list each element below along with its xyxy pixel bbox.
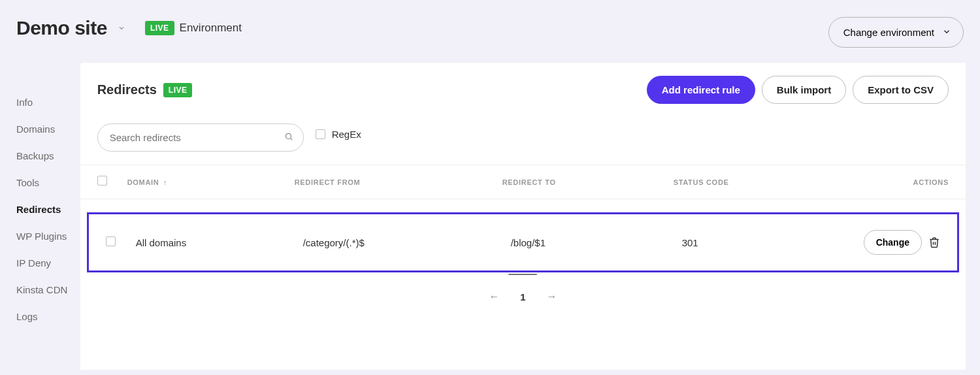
- live-badge: LIVE: [145, 21, 174, 35]
- search-input[interactable]: [97, 123, 304, 152]
- environment-label: Environment: [180, 22, 242, 35]
- cell-actions: Change: [864, 230, 940, 255]
- main-panel: Redirects LIVE Add redirect rule Bulk im…: [80, 63, 966, 370]
- change-button[interactable]: Change: [864, 230, 922, 255]
- regex-toggle: RegEx: [316, 129, 361, 140]
- toolbar: RegEx: [80, 120, 966, 165]
- pagination-divider: [508, 274, 537, 275]
- regex-checkbox[interactable]: [316, 129, 325, 139]
- sidebar-item-label: WP Plugins: [16, 231, 67, 242]
- cell-redirect-to: /blog/$1: [511, 237, 682, 248]
- search-wrap: [97, 123, 304, 152]
- sidebar-item-domains[interactable]: Domains: [16, 116, 80, 142]
- add-redirect-button[interactable]: Add redirect rule: [647, 76, 755, 104]
- change-environment-label: Change environment: [843, 27, 934, 38]
- sidebar-item-label: Redirects: [16, 204, 61, 215]
- column-redirect-from[interactable]: REDIRECT FROM: [295, 178, 502, 186]
- column-domain-label: DOMAIN: [127, 178, 159, 186]
- sidebar-item-ip-deny[interactable]: IP Deny: [16, 250, 80, 276]
- trash-icon[interactable]: [928, 236, 940, 248]
- change-environment-button[interactable]: Change environment: [828, 17, 964, 48]
- site-name: Demo site: [16, 17, 107, 39]
- sort-ascending-icon: ↑: [163, 178, 167, 186]
- sidebar-item-label: Kinsta CDN: [16, 284, 67, 295]
- row-checkbox[interactable]: [106, 236, 116, 246]
- column-status-code[interactable]: STATUS CODE: [674, 178, 855, 186]
- sidebar-item-info[interactable]: Info: [16, 89, 80, 116]
- sidebar-item-wp-plugins[interactable]: WP Plugins: [16, 223, 80, 250]
- pagination: ← 1 →: [80, 272, 966, 321]
- top-bar: Demo site LIVE Environment Change enviro…: [0, 0, 980, 63]
- svg-line-1: [290, 138, 292, 140]
- live-badge: LIVE: [163, 83, 193, 97]
- header-actions: Add redirect rule Bulk import Export to …: [647, 76, 949, 104]
- sidebar-item-label: Logs: [16, 311, 38, 322]
- sidebar-item-tools[interactable]: Tools: [16, 169, 80, 196]
- column-redirect-to[interactable]: REDIRECT TO: [502, 178, 674, 186]
- main-header: Redirects LIVE Add redirect rule Bulk im…: [80, 63, 966, 120]
- layout: Info Domains Backups Tools Redirects WP …: [0, 63, 980, 370]
- sidebar-item-logs[interactable]: Logs: [16, 303, 80, 330]
- cell-status-code: 301: [682, 237, 864, 248]
- site-dropdown-toggle[interactable]: [116, 23, 127, 33]
- sidebar-item-label: Backups: [16, 150, 54, 161]
- sidebar-item-redirects[interactable]: Redirects: [16, 196, 80, 223]
- sidebar: Info Domains Backups Tools Redirects WP …: [0, 63, 80, 370]
- sidebar-item-label: IP Deny: [16, 257, 51, 269]
- column-actions: ACTIONS: [855, 178, 949, 186]
- export-csv-button[interactable]: Export to CSV: [853, 76, 949, 104]
- chevron-down-icon: [118, 24, 125, 32]
- sidebar-item-backups[interactable]: Backups: [16, 142, 80, 169]
- sidebar-item-kinsta-cdn[interactable]: Kinsta CDN: [16, 276, 80, 303]
- bulk-import-button[interactable]: Bulk import: [762, 76, 846, 104]
- cell-redirect-from: /category/(.*)$: [303, 237, 511, 248]
- sidebar-item-label: Domains: [16, 123, 55, 135]
- chevron-down-icon: [942, 27, 951, 38]
- table-head: DOMAIN ↑ REDIRECT FROM REDIRECT TO STATU…: [80, 165, 966, 199]
- svg-point-0: [286, 133, 291, 139]
- prev-page-button[interactable]: ←: [489, 291, 499, 302]
- page-title: Redirects: [97, 82, 157, 97]
- regex-label: RegEx: [332, 129, 361, 140]
- table-row: All domains /category/(.*)$ /blog/$1 301…: [87, 212, 959, 272]
- search-icon: [284, 132, 293, 144]
- sidebar-item-label: Info: [16, 97, 33, 108]
- select-all-checkbox[interactable]: [97, 176, 107, 186]
- column-domain[interactable]: DOMAIN ↑: [127, 178, 295, 186]
- sidebar-item-label: Tools: [16, 177, 39, 188]
- next-page-button[interactable]: →: [547, 291, 557, 302]
- page-number: 1: [520, 291, 525, 302]
- cell-domain: All domains: [136, 237, 303, 248]
